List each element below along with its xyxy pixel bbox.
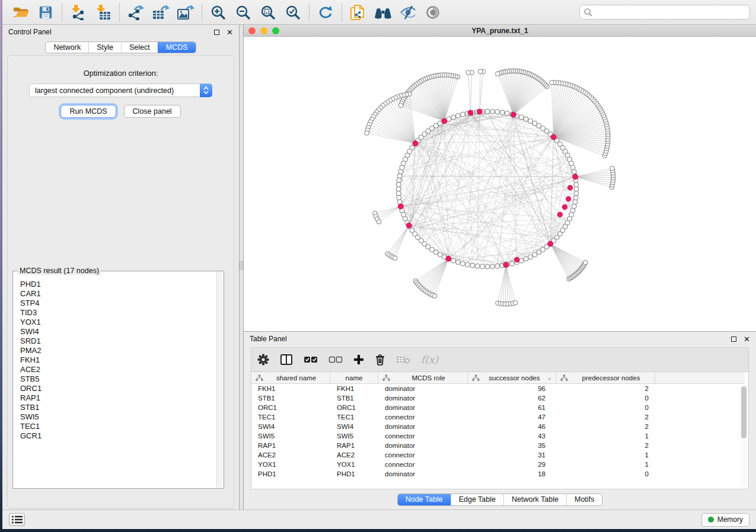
mcds-result-item[interactable]: YOX1	[20, 318, 216, 327]
mcds-result-item[interactable]: SWI4	[20, 327, 216, 336]
mcds-result-item[interactable]: STB1	[20, 403, 216, 412]
mcds-result-item[interactable]: TEC1	[20, 422, 216, 431]
tab-style[interactable]: Style	[88, 42, 121, 53]
binoculars-icon[interactable]	[371, 2, 395, 23]
column-header-shared-name[interactable]: shared name	[251, 372, 330, 383]
table-scrollbar[interactable]	[741, 385, 747, 488]
mcds-result-item[interactable]: CAR1	[20, 289, 216, 299]
cell-predecessor-nodes: 1	[556, 450, 655, 460]
cell-predecessor-nodes: 0	[556, 393, 655, 403]
save-icon[interactable]	[33, 2, 58, 23]
close-panel-icon[interactable]: ✕	[227, 30, 233, 35]
column-header-predecessor-nodes[interactable]: predecessor nodes	[556, 372, 655, 383]
show-details-icon[interactable]	[420, 2, 445, 23]
mcds-result-list[interactable]: PHD1CAR1STP4TID3YOX1SWI4SRD1PMA2FKH1ACE2…	[14, 272, 216, 488]
column-browse-icon[interactable]	[280, 354, 293, 366]
result-scrollbar[interactable]	[216, 272, 223, 488]
tab-motifs[interactable]: Motifs	[566, 494, 602, 505]
table-row[interactable]: YOX1YOX1connector291	[251, 460, 745, 469]
cell-predecessor-nodes: 2	[556, 412, 655, 422]
zoom-in-icon[interactable]	[206, 2, 231, 23]
column-header-name[interactable]: name	[330, 372, 378, 383]
export-table-icon[interactable]	[148, 2, 173, 23]
zoom-fit-icon[interactable]	[256, 2, 280, 23]
mcds-result-item[interactable]: TID3	[20, 308, 216, 318]
mcds-result-item[interactable]: PHD1	[20, 280, 216, 289]
cell-MCDS-role: dominator	[378, 441, 468, 450]
cell-name: STB1	[330, 393, 378, 403]
search-field[interactable]	[579, 5, 750, 20]
hide-details-icon[interactable]	[395, 2, 420, 23]
close-panel-button[interactable]: Close panel	[124, 105, 181, 118]
open-folder-icon[interactable]	[8, 2, 33, 23]
run-mcds-button[interactable]: Run MCDS	[60, 105, 116, 118]
cell-predecessor-nodes: 0	[556, 469, 655, 479]
column-header-MCDS-role[interactable]: MCDS role	[378, 372, 468, 383]
mcds-result-item[interactable]: RAP1	[20, 393, 216, 403]
panel-splitter[interactable]	[239, 25, 244, 509]
column-header-successor-nodes[interactable]: successor nodes⌄	[468, 372, 556, 383]
import-network-icon[interactable]	[66, 2, 91, 23]
mcds-result-item[interactable]: STB5	[20, 374, 216, 384]
gear-icon[interactable]	[257, 354, 269, 366]
zoom-out-icon[interactable]	[231, 2, 256, 23]
table-row[interactable]: ACE2ACE2connector311	[251, 450, 745, 460]
deselect-all-icon[interactable]	[328, 355, 343, 364]
mcds-result-item[interactable]: ACE2	[20, 365, 216, 374]
mcds-result-item[interactable]: SWI5	[20, 412, 216, 422]
tab-network-table[interactable]: Network Table	[503, 494, 566, 505]
tab-mcds[interactable]: MCDS	[158, 42, 196, 53]
export-image-icon[interactable]	[173, 2, 198, 23]
criterion-value: largest connected component (undirected)	[30, 86, 200, 95]
float-panel-icon[interactable]	[731, 336, 736, 342]
import-table-icon[interactable]	[91, 2, 116, 23]
table-row[interactable]: TEC1TEC1connector472	[251, 412, 745, 422]
cell-shared-name: PHD1	[251, 469, 330, 479]
table-row[interactable]: PHD1PHD1dominator180	[251, 469, 745, 479]
refresh-layout-icon[interactable]	[313, 2, 338, 23]
table-row[interactable]: FKH1FKH1dominator962	[251, 384, 745, 393]
add-column-icon[interactable]	[353, 354, 364, 365]
mcds-result-item[interactable]: FKH1	[20, 355, 216, 365]
zoom-selected-icon[interactable]	[280, 2, 305, 23]
float-panel-icon[interactable]	[214, 30, 219, 35]
table-row[interactable]: ORC1ORC1dominator610	[251, 403, 745, 412]
network-titlebar: YPA_prune.txt_1	[244, 25, 756, 37]
tab-network[interactable]: Network	[46, 42, 88, 53]
table-row[interactable]: RAP1RAP1dominator352	[251, 441, 745, 450]
mcds-result-item[interactable]: PMA2	[20, 346, 216, 355]
tab-edge-table[interactable]: Edge Table	[451, 494, 503, 505]
node-table: shared namenameMCDS rolesuccessor nodes⌄…	[251, 372, 749, 489]
table-row[interactable]: STB1STB1dominator620	[251, 393, 745, 403]
table-row[interactable]: SWI5SWI5connector431	[251, 431, 745, 441]
memory-label: Memory	[717, 515, 743, 524]
table-row[interactable]: SWI4SWI4dominator462	[251, 422, 745, 431]
network-canvas[interactable]	[244, 37, 756, 331]
cell-name: TEC1	[330, 412, 378, 422]
cell-successor-nodes: 61	[468, 403, 556, 412]
table-tabs: Node TableEdge TableNetwork TableMotifs	[397, 493, 603, 506]
tab-select[interactable]: Select	[121, 42, 158, 53]
criterion-dropdown[interactable]: largest connected component (undirected)	[29, 84, 212, 97]
tab-node-table[interactable]: Node Table	[398, 494, 451, 505]
mcds-result-item[interactable]: ORC1	[20, 384, 216, 393]
mcds-result-item[interactable]: GCR1	[20, 431, 216, 441]
cell-shared-name: ACE2	[251, 450, 330, 460]
mcds-result-item[interactable]: STP4	[20, 299, 216, 308]
delete-column-icon[interactable]	[375, 354, 385, 366]
select-all-icon[interactable]	[304, 355, 318, 364]
list-icon	[11, 515, 23, 524]
sort-desc-icon: ⌄	[547, 374, 552, 381]
scrollbar-thumb[interactable]	[741, 386, 747, 438]
cell-name: RAP1	[330, 441, 378, 450]
network-view-window: YPA_prune.txt_1	[244, 25, 756, 332]
export-network-icon[interactable]	[123, 2, 148, 23]
clone-network-icon[interactable]	[346, 2, 371, 23]
task-history-button[interactable]	[9, 513, 25, 526]
splitter-grip-icon[interactable]	[240, 261, 243, 270]
close-panel-icon[interactable]: ✕	[744, 336, 750, 342]
search-input[interactable]	[593, 8, 746, 17]
memory-button[interactable]: Memory	[701, 513, 749, 527]
mcds-result-item[interactable]: SRD1	[20, 336, 216, 346]
cell-name: SWI5	[330, 431, 378, 441]
